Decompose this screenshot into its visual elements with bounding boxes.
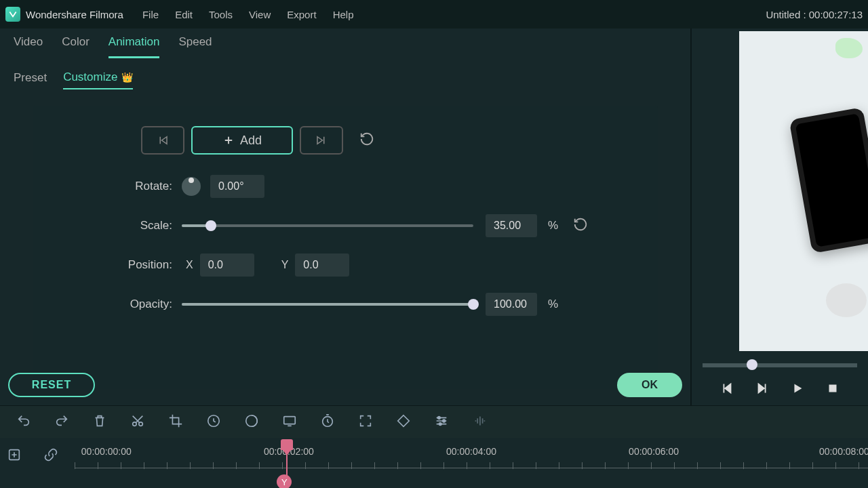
cut-icon[interactable] — [130, 413, 145, 431]
app-name: Wondershare Filmora — [26, 9, 123, 20]
prev-keyframe-button[interactable] — [141, 126, 184, 155]
fullscreen-icon[interactable] — [358, 413, 373, 431]
menu-tools[interactable]: Tools — [209, 9, 233, 20]
preview-panel — [690, 28, 868, 405]
tabs-primary: Video Color Animation Speed — [0, 28, 690, 58]
menu-export[interactable]: Export — [287, 9, 316, 20]
tabs-secondary: Preset Customize 👑 — [0, 58, 690, 89]
opacity-slider-thumb[interactable] — [468, 299, 479, 310]
position-x-value[interactable] — [200, 253, 254, 277]
position-label: Position: — [73, 258, 182, 272]
opacity-label: Opacity: — [73, 298, 182, 311]
preview-phone-mock — [789, 107, 868, 253]
settings-icon[interactable] — [434, 413, 449, 431]
screen-icon[interactable] — [282, 413, 297, 431]
clip-marker[interactable]: Y — [277, 474, 292, 488]
tab-speed[interactable]: Speed — [178, 35, 212, 58]
time-label: 00:00:06:00 — [629, 446, 679, 457]
timeline-left-controls — [0, 438, 75, 488]
rotate-row: Rotate: — [73, 175, 617, 198]
scale-slider-thumb[interactable] — [205, 220, 216, 231]
audio-icon[interactable] — [472, 413, 487, 431]
timeline: 00:00:00:00 00:00:02:00 00:00:04:00 00:0… — [0, 438, 868, 488]
speed-icon[interactable] — [206, 413, 221, 431]
redo-icon[interactable] — [54, 413, 69, 431]
position-y-label: Y — [281, 259, 289, 271]
tab-video[interactable]: Video — [14, 35, 43, 58]
project-title: Untitled : 00:00:27:13 — [766, 9, 863, 20]
stop-button[interactable] — [825, 381, 840, 399]
next-keyframe-button[interactable] — [300, 126, 343, 155]
opacity-unit: % — [548, 298, 558, 311]
undo-icon[interactable] — [16, 413, 31, 431]
preview-decoration — [835, 38, 863, 58]
keyframe-controls: Add — [141, 126, 617, 155]
menu-file[interactable]: File — [142, 9, 159, 20]
scale-value[interactable] — [486, 214, 537, 237]
reset-button[interactable]: RESET — [8, 373, 95, 397]
scale-slider[interactable] — [182, 224, 473, 227]
preview-decoration — [826, 283, 867, 317]
tab-color[interactable]: Color — [62, 35, 90, 58]
step-forward-button[interactable] — [755, 381, 770, 399]
svg-point-7 — [438, 416, 441, 419]
duration-icon[interactable] — [320, 413, 335, 431]
svg-rect-0 — [829, 385, 837, 392]
opacity-value[interactable] — [486, 293, 537, 316]
menu-view[interactable]: View — [249, 9, 271, 20]
playhead[interactable] — [281, 439, 293, 479]
rotate-knob[interactable] — [182, 177, 201, 196]
subtab-customize-label: Customize — [63, 70, 117, 84]
inspector-footer: RESET OK — [5, 373, 685, 397]
opacity-row: Opacity: % — [73, 293, 617, 316]
app-logo-icon — [5, 7, 20, 22]
preview-slider-thumb[interactable] — [747, 359, 757, 370]
color-icon[interactable] — [244, 413, 259, 431]
link-icon[interactable] — [43, 447, 58, 465]
keyframe-icon[interactable] — [396, 413, 411, 431]
position-row: Position: X Y — [73, 253, 617, 277]
scale-reset-icon[interactable] — [573, 217, 588, 235]
timeline-toolbar — [0, 405, 868, 438]
add-keyframe-button[interactable]: Add — [191, 126, 293, 155]
subtab-preset[interactable]: Preset — [14, 70, 47, 89]
inspector-panel: Video Color Animation Speed Preset Custo… — [0, 28, 690, 405]
delete-icon[interactable] — [92, 413, 107, 431]
rotate-value[interactable] — [210, 175, 264, 198]
time-label: 00:00:08:00 — [819, 446, 868, 457]
scale-unit: % — [548, 219, 558, 232]
scale-label: Scale: — [73, 219, 182, 232]
animation-inspector: Add Rotate: Scale: — [33, 106, 658, 389]
ok-button[interactable]: OK — [617, 373, 682, 397]
position-y-value[interactable] — [295, 253, 349, 277]
crown-icon: 👑 — [121, 72, 133, 83]
time-label: 00:00:04:00 — [446, 446, 496, 457]
subtab-customize[interactable]: Customize 👑 — [63, 70, 133, 89]
opacity-slider[interactable] — [182, 303, 473, 306]
position-x-label: X — [186, 259, 193, 271]
add-keyframe-label: Add — [240, 134, 262, 148]
menu-help[interactable]: Help — [333, 9, 354, 20]
titlebar: Wondershare Filmora File Edit Tools View… — [0, 0, 868, 28]
svg-rect-5 — [284, 416, 296, 424]
time-label: 00:00:00:00 — [81, 446, 132, 457]
preview-progress-slider[interactable] — [703, 363, 857, 367]
play-button[interactable] — [790, 381, 805, 399]
rotate-label: Rotate: — [73, 180, 182, 193]
reset-keyframes-icon[interactable] — [359, 131, 374, 149]
scale-row: Scale: % — [73, 214, 617, 237]
crop-icon[interactable] — [168, 413, 183, 431]
timeline-ruler[interactable]: 00:00:00:00 00:00:02:00 00:00:04:00 00:0… — [75, 438, 868, 488]
svg-point-9 — [439, 422, 441, 425]
add-track-icon[interactable] — [7, 447, 22, 465]
preview-canvas[interactable] — [739, 31, 868, 351]
menu-edit[interactable]: Edit — [175, 9, 193, 20]
transport-controls — [692, 371, 868, 405]
step-back-button[interactable] — [719, 381, 734, 399]
tab-animation[interactable]: Animation — [108, 35, 160, 58]
svg-point-8 — [443, 420, 446, 422]
menu-bar: File Edit Tools View Export Help — [142, 9, 354, 20]
